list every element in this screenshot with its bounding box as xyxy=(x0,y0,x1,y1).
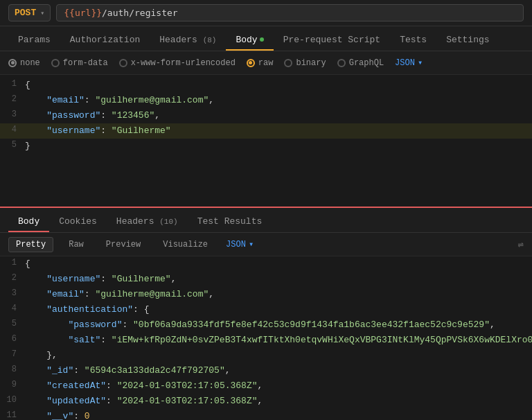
tab-tests[interactable]: Tests xyxy=(390,29,436,51)
tab-settings[interactable]: Settings xyxy=(436,29,499,51)
tab-params[interactable]: Params xyxy=(8,29,60,51)
resp-json-chevron-icon: ▾ xyxy=(249,239,254,250)
body-option-binary[interactable]: binary xyxy=(284,58,326,68)
url-bar[interactable]: {{url}}/auth/register xyxy=(56,4,524,21)
body-options-bar: none form-data x-www-form-urlencoded raw… xyxy=(0,51,532,75)
body-option-urlencoded[interactable]: x-www-form-urlencoded xyxy=(119,58,236,68)
tab-pre-request-script[interactable]: Pre-request Script xyxy=(274,29,390,51)
json-format-dropdown[interactable]: JSON ▾ xyxy=(395,58,423,68)
body-option-form-data[interactable]: form-data xyxy=(51,58,108,68)
body-active-dot xyxy=(260,37,264,42)
method-selector[interactable]: POST ▾ xyxy=(8,4,51,21)
radio-form-data xyxy=(51,59,60,67)
resp-format-preview[interactable]: Preview xyxy=(99,238,148,252)
body-option-graphql[interactable]: GraphQL xyxy=(337,58,384,68)
resp-tab-cookies[interactable]: Cookies xyxy=(49,211,107,232)
method-text: POST xyxy=(15,8,36,18)
body-option-none[interactable]: none xyxy=(8,58,40,68)
method-chevron-icon: ▾ xyxy=(40,9,44,17)
url-template-part: {{url}} xyxy=(64,8,102,18)
url-path-part: /auth/register xyxy=(102,8,178,18)
tab-headers[interactable]: Headers (8) xyxy=(150,29,226,51)
filter-icon[interactable]: ⇌ xyxy=(518,238,524,250)
req-line-4: 4 "username": "Guilherme" xyxy=(0,123,532,139)
resp-line-9: 9 "createdAt": "2024-01-03T02:17:05.368Z… xyxy=(0,378,532,394)
resp-json-dropdown[interactable]: JSON ▾ xyxy=(226,239,254,250)
editor-gap xyxy=(0,172,532,207)
resp-line-11: 11 "__v": 0 xyxy=(0,409,532,420)
resp-tab-test-results[interactable]: Test Results xyxy=(188,211,272,232)
request-body-editor[interactable]: 1 { 2 "email": "guilherme@gmail.com", 3 … xyxy=(0,75,532,172)
body-option-raw[interactable]: raw xyxy=(247,58,274,68)
resp-format-pretty[interactable]: Pretty xyxy=(8,237,53,252)
resp-format-visualize[interactable]: Visualize xyxy=(156,238,215,252)
radio-raw xyxy=(247,59,255,67)
resp-line-6: 6 "salt": "iEMw+kfRp0ZdN+0svZPeB3T4xwfIT… xyxy=(0,333,532,348)
resp-line-3: 3 "email": "guilherme@gmail.com", xyxy=(0,287,532,302)
resp-tab-headers[interactable]: Headers (10) xyxy=(107,211,188,232)
json-chevron-icon: ▾ xyxy=(418,58,423,68)
req-line-1: 1 { xyxy=(0,78,532,93)
response-tabs: Body Cookies Headers (10) Test Results xyxy=(0,208,532,233)
resp-line-7: 7 }, xyxy=(0,348,532,363)
tab-authorization[interactable]: Authorization xyxy=(60,29,150,51)
resp-line-10: 10 "updatedAt": "2024-01-03T02:17:05.368… xyxy=(0,394,532,409)
resp-line-4: 4 "authentication": { xyxy=(0,302,532,317)
response-body-content: 1 { 2 "username": "Guilherme", 3 "email"… xyxy=(0,256,532,420)
top-bar: POST ▾ {{url}}/auth/register xyxy=(0,0,532,26)
resp-tab-body[interactable]: Body xyxy=(8,211,49,232)
resp-line-1: 1 { xyxy=(0,256,532,272)
radio-graphql xyxy=(337,59,346,67)
tab-body[interactable]: Body xyxy=(226,29,273,51)
resp-line-5: 5 "password": "0bf06a9da9334fdf5fe8ef42c… xyxy=(0,317,532,333)
req-line-5: 5 } xyxy=(0,139,532,154)
resp-line-8: 8 "_id": "6594c3a133dda2c47f792705", xyxy=(0,363,532,378)
radio-binary xyxy=(284,59,292,67)
resp-format-raw[interactable]: Raw xyxy=(62,238,91,252)
radio-urlencoded xyxy=(119,59,127,67)
radio-none xyxy=(8,59,17,67)
request-tabs: Params Authorization Headers (8) Body Pr… xyxy=(0,26,532,51)
req-line-2: 2 "email": "guilherme@gmail.com", xyxy=(0,93,532,108)
response-format-bar: Pretty Raw Preview Visualize JSON ▾ ⇌ xyxy=(0,233,532,256)
resp-line-2: 2 "username": "Guilherme", xyxy=(0,272,532,287)
req-line-3: 3 "password": "123456", xyxy=(0,108,532,123)
response-section: Body Cookies Headers (10) Test Results P… xyxy=(0,207,532,420)
